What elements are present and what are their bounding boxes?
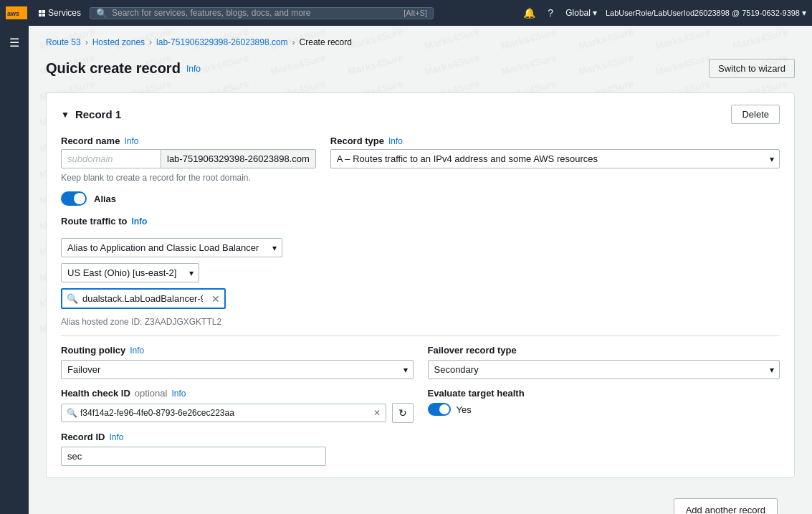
aws-logo: aws bbox=[6, 6, 27, 19]
record-id-label: Record ID Info bbox=[61, 432, 780, 442]
breadcrumb-current: Create record bbox=[300, 37, 352, 47]
failover-record-type-label: Failover record type bbox=[428, 345, 780, 356]
content-area: (function() { const container = document… bbox=[29, 26, 812, 514]
notifications-icon[interactable]: 🔔 bbox=[522, 6, 535, 19]
routing-policy-info[interactable]: Info bbox=[130, 346, 144, 356]
health-check-row: Health check ID optional Info 🔍 ✕ ↻ bbox=[61, 388, 780, 423]
record-title: Record 1 bbox=[75, 108, 121, 120]
failover-record-type-col: Failover record type Secondary ▾ bbox=[428, 345, 780, 379]
region-chevron: ▾ bbox=[593, 8, 597, 18]
health-search-wrapper: 🔍 ✕ bbox=[61, 404, 386, 422]
alias-toggle[interactable] bbox=[61, 191, 87, 206]
health-input-group: 🔍 ✕ ↻ bbox=[61, 403, 414, 423]
failover-type-select[interactable]: Secondary bbox=[428, 360, 780, 379]
health-check-label: Health check ID optional Info bbox=[61, 388, 414, 399]
load-balancer-search-wrapper: 🔍 ✕ bbox=[61, 288, 226, 309]
routing-policy-label: Routing policy Info bbox=[61, 345, 414, 356]
record-title-row: ▼ Record 1 bbox=[61, 108, 121, 120]
search-icon: 🔍 bbox=[96, 8, 108, 19]
breadcrumb-sep-1: › bbox=[85, 37, 88, 47]
health-check-input[interactable] bbox=[61, 404, 386, 422]
load-balancer-type-select[interactable]: Alias to Application and Classic Load Ba… bbox=[61, 238, 282, 257]
record-name-info[interactable]: Info bbox=[124, 136, 138, 146]
alias-label: Alias bbox=[94, 194, 116, 204]
breadcrumb-sep-2: › bbox=[149, 37, 152, 47]
record-name-input-group: lab-751906329398-26023898.com bbox=[61, 149, 316, 168]
delete-button[interactable]: Delete bbox=[731, 105, 780, 124]
breadcrumb: Route 53 › Hosted zones › lab-7519063293… bbox=[46, 37, 795, 47]
top-nav: aws Services 🔍 [Alt+S] 🔔 ? Global ▾ LabU… bbox=[0, 0, 812, 26]
record-type-select-wrapper: A – Routes traffic to an IPv4 address an… bbox=[330, 149, 780, 168]
breadcrumb-hosted-zones[interactable]: Hosted zones bbox=[92, 37, 145, 47]
main-wrapper: ☰ (function() { const container = docume… bbox=[0, 26, 812, 514]
record-collapse-icon[interactable]: ▼ bbox=[61, 110, 70, 120]
svg-text:aws: aws bbox=[7, 10, 19, 17]
aws-logo-box: aws bbox=[6, 6, 27, 19]
load-balancer-type-wrapper: Alias to Application and Classic Load Ba… bbox=[61, 238, 282, 257]
region-label: Global bbox=[565, 8, 591, 18]
routing-policy-row: Routing policy Info Failover ▾ Failover … bbox=[61, 345, 780, 379]
services-button[interactable]: Services bbox=[36, 6, 84, 19]
record-type-select[interactable]: A – Routes traffic to an IPv4 address an… bbox=[330, 149, 780, 168]
account-chevron: ▾ bbox=[802, 8, 806, 18]
region-select[interactable]: US East (Ohio) [us-east-2] bbox=[61, 263, 199, 282]
page-info-link[interactable]: Info bbox=[186, 64, 201, 74]
record-type-info[interactable]: Info bbox=[388, 136, 403, 146]
page-title-row: Quick create record Info bbox=[46, 60, 201, 77]
bottom-bar: Add another record bbox=[46, 490, 795, 514]
subdomain-input[interactable] bbox=[61, 149, 161, 168]
grid-icon bbox=[39, 10, 45, 16]
health-check-info[interactable]: Info bbox=[171, 389, 186, 399]
nav-right: 🔔 ? Global ▾ LabUserRole/LabUserIod26023… bbox=[522, 6, 806, 19]
evaluate-health-knob bbox=[439, 404, 449, 414]
load-balancer-input[interactable] bbox=[61, 288, 226, 309]
routing-policy-select[interactable]: Failover bbox=[61, 360, 414, 379]
breadcrumb-sep-3: › bbox=[292, 37, 295, 47]
evaluate-toggle-row: Yes bbox=[428, 403, 780, 416]
evaluate-target-health-col: Evaluate target health Yes bbox=[428, 388, 780, 416]
health-search-icon: 🔍 bbox=[67, 408, 77, 418]
refresh-button[interactable]: ↻ bbox=[392, 403, 414, 423]
region-selector[interactable]: Global ▾ bbox=[565, 8, 597, 18]
alias-hosted-zone-id: Alias hosted zone ID: Z3AADJGXGKTTL2 bbox=[61, 317, 221, 327]
record-type-label: Record type Info bbox=[330, 135, 780, 146]
account-menu[interactable]: LabUserRole/LabUserIod26023898 @ 7519-06… bbox=[606, 8, 806, 18]
help-icon[interactable]: ? bbox=[544, 6, 557, 19]
sidebar-toggle[interactable]: ☰ bbox=[5, 32, 24, 54]
region-wrapper: US East (Ohio) [us-east-2] ▾ bbox=[61, 263, 199, 282]
evaluate-yes-label: Yes bbox=[457, 404, 472, 415]
evaluate-health-toggle[interactable] bbox=[428, 403, 451, 416]
route-traffic-row: Route traffic to Info Alias to Applicati… bbox=[61, 216, 780, 327]
route-traffic-label: Route traffic to Info bbox=[61, 216, 147, 227]
search-input[interactable] bbox=[112, 8, 399, 18]
record-header: ▼ Record 1 Delete bbox=[61, 105, 780, 124]
record-card: ▼ Record 1 Delete Record name Info lab-7… bbox=[46, 92, 795, 478]
global-search[interactable]: 🔍 [Alt+S] bbox=[90, 7, 434, 19]
switch-wizard-button[interactable]: Switch to wizard bbox=[709, 59, 795, 78]
record-id-section: Record ID Info bbox=[61, 432, 780, 466]
lb-clear-icon[interactable]: ✕ bbox=[211, 293, 220, 305]
record-id-input[interactable] bbox=[61, 447, 326, 466]
services-label: Services bbox=[48, 8, 81, 18]
record-name-hint: Keep blank to create a record for the ro… bbox=[61, 173, 316, 183]
failover-type-select-wrapper: Secondary ▾ bbox=[428, 360, 780, 379]
breadcrumb-route53[interactable]: Route 53 bbox=[46, 37, 81, 47]
routing-policy-col: Routing policy Info Failover ▾ bbox=[61, 345, 414, 379]
record-id-info[interactable]: Info bbox=[109, 432, 123, 442]
add-another-record-button[interactable]: Add another record bbox=[674, 498, 778, 514]
alias-toggle-knob bbox=[74, 193, 85, 204]
health-clear-icon[interactable]: ✕ bbox=[373, 408, 381, 418]
page-header: Quick create record Info Switch to wizar… bbox=[46, 59, 795, 78]
page-title: Quick create record bbox=[46, 60, 181, 77]
account-label: LabUserRole/LabUserIod26023898 @ 7519-06… bbox=[606, 9, 800, 17]
record-name-label: Record name Info bbox=[61, 135, 316, 146]
search-shortcut: [Alt+S] bbox=[403, 9, 427, 17]
divider-1 bbox=[61, 335, 780, 336]
health-check-optional: optional bbox=[135, 388, 168, 399]
refresh-icon: ↻ bbox=[398, 407, 407, 419]
route-traffic-info[interactable]: Info bbox=[131, 216, 147, 227]
routing-policy-select-wrapper: Failover ▾ bbox=[61, 360, 414, 379]
domain-suffix: lab-751906329398-26023898.com bbox=[161, 149, 316, 168]
breadcrumb-domain[interactable]: lab-751906329398-26023898.com bbox=[156, 37, 288, 47]
record-name-type-row: Record name Info lab-751906329398-260238… bbox=[61, 135, 780, 183]
